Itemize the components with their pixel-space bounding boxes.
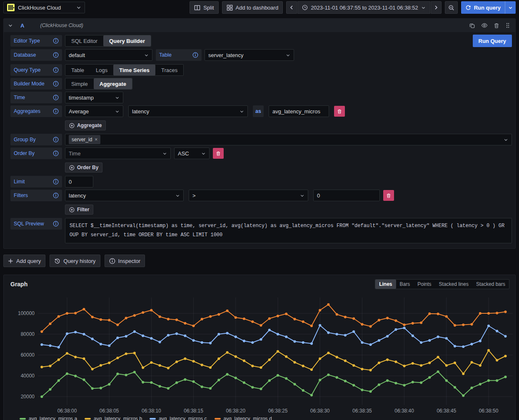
builder-mode-row: Builder Mode SimpleAggregate — [10, 78, 512, 90]
legend-item-avg_latency_micros-b[interactable]: avg_latency_micros b — [85, 416, 142, 420]
info-icon[interactable] — [53, 95, 59, 100]
filters-row: Filters latency > — [10, 190, 512, 201]
info-icon[interactable] — [53, 108, 59, 114]
history-icon — [54, 258, 60, 264]
filter-operator-select[interactable]: > — [189, 190, 308, 201]
aggregate-column-select[interactable]: latency — [128, 105, 248, 117]
info-icon[interactable] — [53, 38, 59, 44]
field-label-aggregates: Aggregates — [10, 105, 62, 117]
legend-item-avg_latency_micros-a[interactable]: avg_latency_micros a — [20, 416, 77, 420]
info-icon[interactable] — [192, 52, 198, 58]
graph-style-option-lines[interactable]: Lines — [375, 280, 396, 289]
info-icon[interactable] — [53, 137, 59, 142]
remove-aggregate-button[interactable] — [334, 106, 345, 117]
aggregate-function-select[interactable]: Average — [65, 105, 123, 117]
info-icon[interactable] — [53, 67, 59, 73]
svg-text:06:38:35: 06:38:35 — [352, 408, 372, 414]
drag-handle-icon[interactable] — [505, 22, 510, 28]
hide-query-eye-icon[interactable] — [481, 22, 488, 29]
remove-filter-button[interactable] — [383, 190, 394, 201]
run-query-panel-button[interactable]: Run Query — [473, 35, 512, 47]
remove-tag-icon[interactable]: × — [95, 137, 97, 142]
add-order-by-button[interactable]: Order By — [65, 162, 102, 172]
table-select[interactable]: server_latency — [205, 49, 294, 61]
legend-item-avg_latency_micros-c[interactable]: avg_latency_micros c — [150, 416, 207, 420]
info-icon[interactable] — [53, 52, 59, 58]
query-type-option-table[interactable]: Table — [65, 65, 90, 75]
collapse-chevron-icon[interactable] — [8, 23, 13, 28]
editor-type-option-sql-editor[interactable]: SQL Editor — [65, 35, 103, 46]
chevron-down-icon — [76, 5, 81, 10]
svg-text:06:38:25: 06:38:25 — [268, 408, 288, 414]
legend-item-avg_latency_micros-d[interactable]: avg_latency_micros d — [215, 416, 272, 420]
aggregates-row: Aggregates Average latency as — [10, 105, 512, 117]
info-icon[interactable] — [53, 221, 59, 227]
add-filter-button[interactable]: Filter — [65, 205, 93, 215]
series-avg_latency_micros-a — [40, 370, 507, 398]
legend-label: avg_latency_micros b — [94, 416, 142, 420]
graph-style-option-points[interactable]: Points — [414, 280, 435, 289]
info-icon[interactable] — [53, 150, 59, 156]
zoom-out-button[interactable] — [445, 1, 458, 14]
order-by-direction-select[interactable]: ASC — [174, 148, 210, 159]
editor-type-option-query-builder[interactable]: Query Builder — [103, 35, 151, 46]
group-by-tag[interactable]: server_id × — [69, 135, 100, 144]
svg-text:06:38:00: 06:38:00 — [57, 408, 77, 414]
field-label-query-type: Query Type — [10, 64, 62, 76]
svg-text:06:38:10: 06:38:10 — [142, 408, 161, 414]
info-icon[interactable] — [53, 81, 59, 87]
query-history-button[interactable]: Query history — [50, 255, 100, 267]
add-aggregate-button[interactable]: Aggregate — [65, 120, 106, 130]
filter-field-select[interactable]: latency — [65, 190, 184, 201]
graph-style-option-stacked-bars[interactable]: Stacked bars — [472, 280, 509, 289]
graph-panel: Graph LinesBarsPointsStacked linesStacke… — [3, 275, 516, 420]
aggregate-alias-input[interactable] — [269, 105, 329, 117]
add-to-dashboard-button[interactable]: Add to dashboard — [222, 1, 283, 14]
split-button[interactable]: Split — [190, 1, 218, 14]
datasource-picker[interactable]: ClickHouse Cloud — [3, 2, 85, 13]
group-by-select[interactable]: server_id × — [65, 134, 512, 145]
dashboard-grid-icon — [227, 5, 233, 11]
chevron-down-icon — [421, 5, 426, 10]
order-by-field-select[interactable]: Time — [65, 148, 171, 159]
add-order-by-row: Order By — [65, 162, 512, 172]
query-type-option-time-series[interactable]: Time Series — [113, 65, 155, 75]
database-select[interactable]: default — [65, 49, 152, 61]
time-range-picker[interactable]: 2023-11-01 06:37:55 to 2023-11-01 06:38:… — [297, 1, 430, 14]
builder-mode-option-simple[interactable]: Simple — [65, 78, 94, 89]
graph-style-option-stacked-lines[interactable]: Stacked lines — [435, 280, 472, 289]
svg-text:06:38:50: 06:38:50 — [479, 408, 499, 414]
as-keyword-chip: as — [253, 105, 264, 117]
inspector-button[interactable]: Inspector — [105, 255, 145, 267]
chevron-down-icon — [286, 53, 290, 58]
limit-input[interactable] — [65, 176, 93, 188]
remove-order-by-button[interactable] — [213, 148, 224, 159]
sql-preview-code: SELECT $__timeInterval(timestamp) as tim… — [65, 218, 512, 243]
graph-style-option-bars[interactable]: Bars — [396, 280, 414, 289]
delete-query-trash-icon[interactable] — [494, 22, 499, 29]
time-range-forward-button[interactable] — [431, 1, 442, 14]
trash-icon — [386, 193, 391, 198]
query-type-option-logs[interactable]: Logs — [90, 65, 113, 75]
svg-text:20000: 20000 — [21, 394, 35, 400]
svg-text:06:38:40: 06:38:40 — [394, 408, 414, 414]
field-label-database: Database — [10, 49, 62, 61]
time-range-back-button[interactable] — [286, 1, 297, 14]
field-label-order-by: Order By — [10, 148, 62, 159]
graph-canvas[interactable]: 2000040000600008000010000006:38:0006:38:… — [7, 292, 513, 414]
filter-value-input[interactable] — [313, 190, 380, 201]
sql-preview-row: SQL Preview SELECT $__timeInterval(times… — [10, 218, 512, 243]
limit-row: Limit — [10, 176, 512, 188]
zoom-out-icon — [448, 5, 454, 11]
duplicate-query-icon[interactable] — [469, 22, 475, 29]
info-icon[interactable] — [53, 179, 59, 185]
field-label-builder-mode: Builder Mode — [10, 78, 62, 90]
info-icon[interactable] — [53, 192, 59, 198]
query-type-option-traces[interactable]: Traces — [155, 65, 183, 75]
split-panes-icon — [194, 5, 200, 11]
run-query-dropdown-button[interactable] — [505, 1, 516, 14]
time-column-select[interactable]: timestamp — [65, 92, 123, 103]
add-query-button[interactable]: Add query — [3, 255, 45, 267]
builder-mode-option-aggregate[interactable]: Aggregate — [94, 78, 132, 89]
run-query-button[interactable]: Run query — [461, 1, 505, 14]
